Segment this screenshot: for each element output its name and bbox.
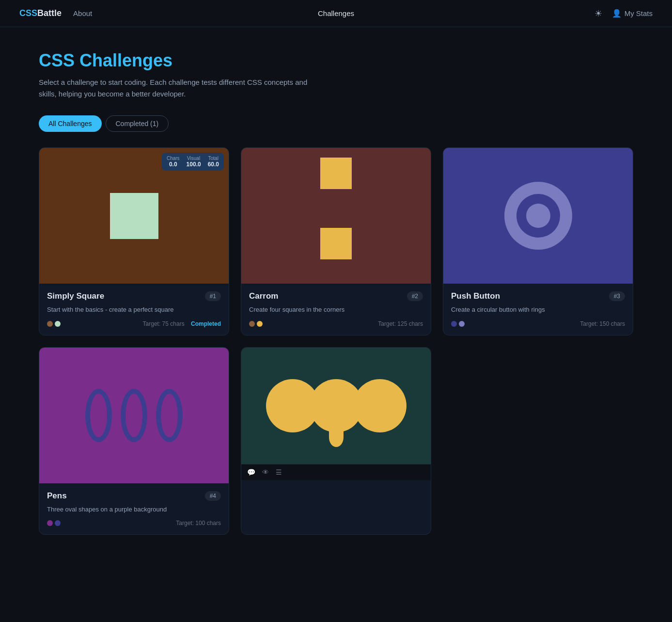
card3-middle-ring (516, 194, 560, 238)
card4-body: Pens #4 Three oval shapes on a purple ba… (39, 483, 229, 535)
challenge-card-2[interactable]: Carrom #2 Create four squares in the cor… (241, 147, 431, 335)
card5-circles (266, 379, 406, 432)
card3-footer: Target: 150 chars (451, 320, 625, 327)
main-content: CSS Challenges Select a challenge to sta… (0, 27, 672, 558)
card3-dot1 (451, 321, 457, 327)
card1-completed: Completed (191, 320, 221, 327)
card2-target: Target: 125 chars (378, 320, 423, 327)
challenges-grid: Chars 0.0 Visual 100.0 Total 60.0 Simply… (39, 147, 633, 535)
total-label: Total (208, 156, 219, 161)
card2-num: #2 (407, 291, 423, 301)
card2-background (241, 148, 431, 284)
card3-num: #3 (609, 291, 625, 301)
page-title: CSS Challenges (39, 50, 633, 71)
card4-image (39, 348, 229, 483)
about-link[interactable]: About (73, 9, 92, 17)
card1-dot1 (47, 321, 53, 327)
card3-background (443, 148, 633, 284)
challenge-card-3[interactable]: Push Button #3 Create a circular button … (443, 147, 633, 335)
card4-title: Pens (47, 491, 67, 501)
card4-oval2 (121, 389, 147, 442)
card1-target: Target: 75 chars (143, 320, 185, 327)
card1-header: Simply Square #1 (47, 291, 221, 301)
card2-square-top (320, 158, 352, 189)
all-challenges-button[interactable]: All Challenges (39, 115, 102, 132)
card1-square (110, 193, 158, 239)
card3-desc: Create a circular button with rings (451, 305, 625, 315)
nav-right: ☀ 👤 My Stats (594, 8, 653, 19)
visual-value: 100.0 (187, 161, 201, 168)
card4-oval1 (85, 389, 112, 442)
challenges-link[interactable]: Challenges (318, 9, 354, 17)
card2-header: Carrom #2 (249, 291, 423, 301)
filter-row: All Challenges Completed (1) (39, 115, 633, 132)
card4-target: Target: 100 chars (176, 520, 221, 526)
card5-image (241, 348, 431, 464)
card4-desc: Three oval shapes on a purple background (47, 505, 221, 514)
card3-outer-ring (504, 182, 572, 250)
logo[interactable]: CSSBattle (19, 8, 62, 18)
card3-image (443, 148, 633, 284)
card4-background (39, 348, 229, 483)
card2-image (241, 148, 431, 284)
total-score: Total 60.0 (208, 156, 219, 168)
card4-footer: Target: 100 chars (47, 520, 221, 526)
card1-desc: Start with the basics - create a perfect… (47, 305, 221, 315)
card2-footer: Target: 125 chars (249, 320, 423, 327)
card2-title: Carrom (249, 291, 278, 301)
card4-header: Pens #4 (47, 491, 221, 501)
total-value: 60.0 (208, 161, 219, 168)
score-badge: Chars 0.0 Visual 100.0 Total 60.0 (162, 153, 224, 171)
logo-battle: Battle (37, 8, 62, 18)
theme-toggle-icon[interactable]: ☀ (594, 8, 602, 19)
card3-title: Push Button (451, 291, 500, 301)
card2-body: Carrom #2 Create four squares in the cor… (241, 284, 431, 335)
card4-num: #4 (205, 491, 221, 501)
card1-num: #1 (205, 291, 221, 301)
card3-inner-dot (526, 204, 550, 228)
completed-button[interactable]: Completed (1) (106, 115, 169, 132)
card4-dot2 (55, 520, 61, 526)
card1-body: Simply Square #1 Start with the basics -… (39, 284, 229, 335)
page-subtitle: Select a challenge to start coding. Each… (39, 77, 310, 100)
card4-dots (47, 520, 61, 526)
card2-dot1 (249, 321, 255, 327)
person-icon: 👤 (612, 9, 622, 18)
card2-dots (249, 321, 263, 327)
card3-target: Target: 150 chars (580, 320, 625, 327)
card1-image: Chars 0.0 Visual 100.0 Total 60.0 (39, 148, 229, 284)
card5-background (241, 348, 431, 464)
visual-label: Visual (187, 156, 201, 161)
card3-header: Push Button #3 (451, 291, 625, 301)
chars-value: 0.0 (167, 161, 180, 168)
card1-dots (47, 321, 61, 327)
challenge-card-5[interactable]: 💬 👁 ☰ (241, 347, 431, 535)
visual-score: Visual 100.0 (187, 156, 201, 168)
card3-dots (451, 321, 465, 327)
card1-title: Simply Square (47, 291, 104, 301)
chars-label: Chars (167, 156, 180, 161)
challenge-card-4[interactable]: Pens #4 Three oval shapes on a purple ba… (39, 347, 229, 535)
navbar: CSSBattle About Challenges ☀ 👤 My Stats (0, 0, 672, 27)
logo-css: CSS (19, 8, 37, 18)
card4-dot1 (47, 520, 53, 526)
card2-desc: Create four squares in the corners (249, 305, 423, 315)
card2-square-bottom (320, 228, 352, 259)
card2-dot2 (257, 321, 263, 327)
list-icon[interactable]: ☰ (276, 468, 282, 476)
card1-meta: Target: 75 chars Completed (143, 320, 221, 327)
eye-icon[interactable]: 👁 (262, 468, 269, 476)
challenge-card-1[interactable]: Chars 0.0 Visual 100.0 Total 60.0 Simply… (39, 147, 229, 335)
card4-oval3 (156, 389, 183, 442)
card5-circle2 (310, 379, 363, 432)
comment-icon[interactable]: 💬 (247, 468, 255, 476)
my-stats-label: My Stats (625, 9, 653, 17)
card1-dot2 (55, 321, 61, 327)
chars-score: Chars 0.0 (167, 156, 180, 168)
card3-body: Push Button #3 Create a circular button … (443, 284, 633, 335)
card3-dot2 (459, 321, 465, 327)
my-stats-link[interactable]: 👤 My Stats (612, 9, 653, 18)
card1-footer: Target: 75 chars Completed (47, 320, 221, 327)
card5-toolbar: 💬 👁 ☰ (241, 464, 431, 480)
